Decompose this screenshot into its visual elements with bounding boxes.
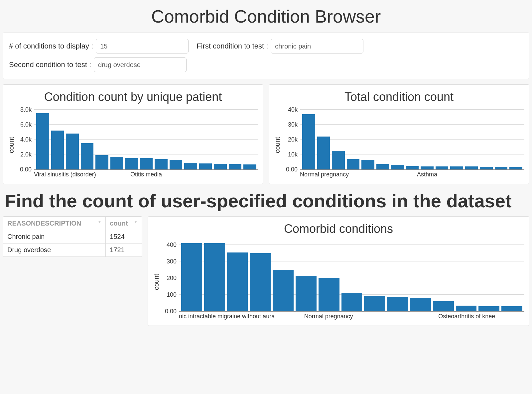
chart-total-title: Total condition count [274,90,524,104]
chart-comorbid-title: Comorbid conditions [153,222,524,236]
chart-bar [125,158,138,169]
chart-bar [66,134,79,169]
chart-bar [376,164,389,169]
y-tick-label: 8.0k [20,106,34,113]
table-cell-count: 1721 [106,244,142,257]
second-condition-input[interactable] [94,57,187,72]
y-tick-label: 200 [167,275,179,282]
chart-bar [456,306,477,312]
y-tick-label: 300 [167,258,179,265]
chart-unique-ylabel: count [8,110,15,180]
panel-unique-patient: Condition count by unique patient count … [3,84,263,184]
chart-bar [361,160,374,169]
chart-total: 0.0010k20k30k40kNormal pregnancyAsthma [281,110,524,180]
x-tick-label: Osteoarthritis of knee [438,313,495,320]
results-table-panel: REASONDESCRIPTION▼ count▼ Chronic pain15… [3,216,142,257]
chart-bar [317,137,330,169]
chart-comorbid: 0.00100200300400nic intractable migraine… [160,242,524,322]
control-num-conditions: # of conditions to display : [9,39,189,53]
chart-bar [296,276,317,312]
chart-bar [341,293,362,311]
chart-bar [204,243,225,311]
chart-unique: 0.002.0k4.0k6.0k8.0kViral sinusitis (dis… [15,110,258,180]
first-condition-label: First condition to test : [197,42,268,50]
chart-bar [36,113,49,169]
section-heading: Find the count of user-specified conditi… [5,190,527,212]
chart-bar [495,167,508,169]
table-row: Chronic pain1524 [3,230,142,244]
chart-total-ylabel: count [274,110,281,180]
chart-bar [110,157,123,169]
y-tick-label: 20k [288,136,300,143]
chart-bar [433,301,454,311]
y-tick-label: 0.00 [20,166,34,173]
chart-bar [421,166,434,169]
chart-bar [501,306,522,311]
x-tick-label: Otitis media [130,171,162,178]
chart-bar [95,155,108,169]
y-tick-label: 40k [288,106,300,113]
chart-bar [181,243,202,311]
y-tick-label: 10k [288,151,300,158]
y-tick-label: 400 [167,242,179,248]
second-condition-label: Second condition to test : [9,60,91,69]
table-row: Drug overdose1721 [3,244,142,257]
y-tick-label: 4.0k [20,136,34,143]
num-conditions-input[interactable] [96,39,189,53]
table-header-reason[interactable]: REASONDESCRIPTION▼ [3,217,106,230]
chart-bar [184,163,197,169]
chart-bar [302,114,315,170]
chart-bar [478,306,499,311]
chart-bar [214,164,227,169]
first-condition-input[interactable] [271,39,363,53]
x-tick-label: Normal pregnancy [300,171,349,178]
x-tick-label: Asthma [417,171,437,178]
panel-total-count: Total condition count count 0.0010k20k30… [269,84,529,184]
table-cell-reason: Chronic pain [3,230,106,244]
chart-bar [480,167,493,169]
table-cell-count: 1524 [106,230,142,244]
chart-bar [410,298,431,311]
chart-bar [387,297,408,312]
y-tick-label: 0.00 [286,166,300,173]
num-conditions-label: # of conditions to display : [9,42,93,50]
y-tick-label: 0.00 [165,308,179,315]
chart-bar [465,166,478,169]
y-tick-label: 100 [167,291,179,298]
chart-bar [436,166,449,169]
y-tick-label: 2.0k [20,151,34,158]
chart-bar [140,158,153,169]
chart-bar [155,159,168,170]
results-table-body: Chronic pain1524Drug overdose1721 [3,230,142,257]
chart-bar [51,131,64,169]
chart-bar [364,296,385,311]
chart-bar [227,252,248,312]
table-cell-reason: Drug overdose [3,244,106,257]
y-tick-label: 30k [288,121,300,128]
chart-bar [199,163,212,169]
x-tick-label: Normal pregnancy [304,313,353,320]
chart-bar [273,270,294,311]
sort-icon: ▼ [134,220,138,224]
chart-bar [509,167,522,169]
x-tick-label: Viral sinusitis (disorder) [34,171,96,178]
chart-bar [170,160,183,169]
chart-bar [243,164,256,169]
chart-unique-title: Condition count by unique patient [8,90,258,104]
results-table: REASONDESCRIPTION▼ count▼ Chronic pain15… [3,217,142,257]
controls-panel: # of conditions to display : First condi… [3,33,529,79]
chart-bar [406,166,419,169]
panel-comorbid: Comorbid conditions count 0.001002003004… [148,216,529,326]
chart-bar [450,166,463,169]
chart-bar [332,151,345,169]
x-tick-label: nic intractable migraine without aura [179,313,275,320]
chart-comorbid-ylabel: count [153,242,160,322]
sort-icon: ▼ [97,220,101,224]
chart-bar [250,253,271,311]
page-title: Comorbid Condition Browser [0,6,532,27]
table-header-count[interactable]: count▼ [106,217,142,230]
control-second-condition: Second condition to test : [9,57,187,72]
chart-bar [391,165,404,169]
y-tick-label: 6.0k [20,121,34,128]
chart-bar [319,278,339,311]
